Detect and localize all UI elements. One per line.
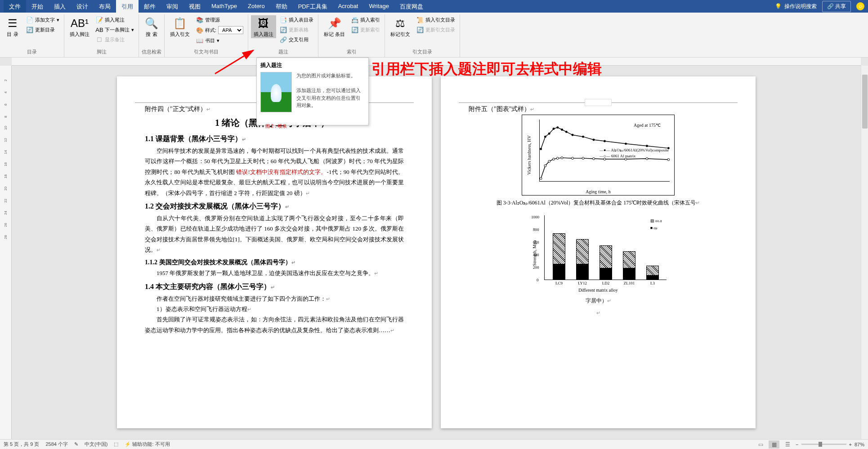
style-icon: 🎨: [196, 27, 203, 34]
update-auth-icon: 🔄: [416, 26, 424, 33]
insert-caption-button[interactable]: 🖼 插入题注: [251, 15, 276, 38]
mark-citation-button[interactable]: ⚖ 标记引文: [388, 15, 413, 38]
mark-entry-button[interactable]: 📌 标记 条目: [321, 15, 348, 38]
citation-icon: 📋: [173, 16, 187, 31]
tab-references[interactable]: 引用: [116, 0, 139, 13]
search-icon: 🔍: [144, 16, 159, 31]
update-figures-button[interactable]: 🔄更新表格: [278, 25, 315, 34]
tab-zotero[interactable]: Zotero: [242, 0, 270, 13]
endnote-icon: 📝: [96, 16, 103, 23]
bibliography-button[interactable]: 📖书目 ▾: [194, 36, 245, 45]
tab-mathtype[interactable]: MathType: [206, 0, 242, 13]
group-footnotes-label: 脚注: [67, 48, 136, 56]
insert-citation-button[interactable]: 📋 插入引文: [167, 15, 192, 38]
tab-insert[interactable]: 插入: [49, 0, 71, 13]
feedback-smiley-icon[interactable]: ☺: [856, 2, 864, 10]
next-fn-icon: AB: [96, 26, 103, 33]
add-text-icon: 📄: [26, 16, 33, 23]
tab-writage[interactable]: Writage: [363, 0, 394, 13]
update-authorities-button[interactable]: 🔄更新引文目录: [415, 25, 457, 34]
style-selector[interactable]: 🎨样式: APA: [194, 25, 245, 35]
group-authorities: ⚖ 标记引文 📜插入引文目录 🔄更新引文目录 引文目录: [385, 14, 460, 57]
share-button[interactable]: 🔗 共享: [822, 1, 851, 12]
index-icon: 📇: [351, 16, 358, 23]
caption-icon: 🖼: [256, 16, 271, 31]
search-button[interactable]: 🔍 搜 索: [142, 15, 161, 38]
group-footnotes: AB¹ 插入脚注 📝插入尾注 AB下一条脚注 ▾ ☐显示备注 脚注: [64, 14, 139, 57]
group-index: 📌 标记 条目 📇插入索引 🔄更新索引 索引: [318, 14, 385, 57]
insert-endnote-button[interactable]: 📝插入尾注: [94, 15, 136, 24]
tab-pdf[interactable]: PDF工具集: [293, 0, 333, 13]
tab-mailings[interactable]: 邮件: [139, 0, 161, 13]
group-toc: ☰ 目 录 📄添加文字 ▾ 🔄更新目录 目录: [0, 14, 64, 57]
show-notes-icon: ☐: [96, 36, 103, 43]
tab-view[interactable]: 视图: [183, 0, 206, 13]
update-toc-button[interactable]: 🔄更新目录: [24, 25, 61, 34]
title-bar: 文件 开始 插入 设计 布局 引用 邮件 审阅 视图 MathType Zote…: [0, 0, 868, 13]
next-footnote-button[interactable]: AB下一条脚注 ▾: [94, 25, 136, 34]
bib-icon: 📖: [196, 37, 203, 44]
toc-button[interactable]: ☰ 目 录: [3, 15, 22, 38]
mark-entry-icon: 📌: [327, 16, 342, 31]
update-icon: 🔄: [26, 26, 33, 33]
tell-me-search[interactable]: 💡操作说明搜索: [775, 3, 817, 10]
update-idx-icon: 🔄: [351, 26, 358, 33]
group-captions: 🖼 插入题注 📑插入表目录 🔄更新表格 🔗交叉引用 题注: [248, 14, 318, 57]
group-index-label: 索引: [321, 48, 382, 56]
mark-cite-icon: ⚖: [393, 16, 407, 31]
group-authorities-label: 引文目录: [388, 48, 457, 56]
group-citations: 📋 插入引文 📚管理源 🎨样式: APA 📖书目 ▾ 引文与书目: [165, 14, 248, 57]
tab-help[interactable]: 帮助: [270, 0, 293, 13]
cross-reference-button[interactable]: 🔗交叉引用: [278, 35, 315, 44]
tab-acrobat[interactable]: Acrobat: [333, 0, 364, 13]
group-research-label: 信息检索: [142, 48, 161, 56]
style-dropdown[interactable]: APA: [218, 26, 243, 34]
menu-tabs: 文件 开始 插入 设计 布局 引用 邮件 审阅 视图 MathType Zote…: [4, 0, 429, 13]
group-toc-label: 目录: [3, 48, 61, 56]
manage-sources-button[interactable]: 📚管理源: [194, 15, 245, 24]
tab-home[interactable]: 开始: [26, 0, 49, 13]
add-text-button[interactable]: 📄添加文字 ▾: [24, 15, 61, 24]
toc-icon: ☰: [5, 16, 20, 31]
tab-review[interactable]: 审阅: [161, 0, 183, 13]
insert-index-button[interactable]: 📇插入索引: [349, 15, 382, 24]
group-research: 🔍 搜 索 信息检索: [139, 14, 165, 57]
fig-toc-icon: 📑: [280, 16, 287, 23]
tab-layout[interactable]: 布局: [94, 0, 116, 13]
update-index-button[interactable]: 🔄更新索引: [349, 25, 382, 34]
insert-authorities-button[interactable]: 📜插入引文目录: [415, 15, 457, 24]
insert-fig-toc-button[interactable]: 📑插入表目录: [278, 15, 315, 24]
group-captions-label: 题注: [251, 48, 315, 56]
manage-icon: 📚: [196, 16, 203, 23]
bulb-icon: 💡: [775, 3, 782, 9]
ribbon: ☰ 目 录 📄添加文字 ▾ 🔄更新目录 目录 AB¹ 插入脚注 📝插入尾注 AB…: [0, 13, 868, 58]
tab-file[interactable]: 文件: [4, 0, 26, 13]
tab-baidu[interactable]: 百度网盘: [394, 0, 429, 13]
crossref-icon: 🔗: [280, 36, 287, 43]
auth-icon: 📜: [416, 16, 424, 23]
group-citations-label: 引文与书目: [167, 48, 245, 56]
show-notes-button[interactable]: ☐显示备注: [94, 35, 136, 44]
tab-design[interactable]: 设计: [71, 0, 94, 13]
footnote-icon: AB¹: [72, 16, 87, 31]
insert-footnote-button[interactable]: AB¹ 插入脚注: [67, 15, 92, 38]
update-fig-icon: 🔄: [280, 26, 287, 33]
